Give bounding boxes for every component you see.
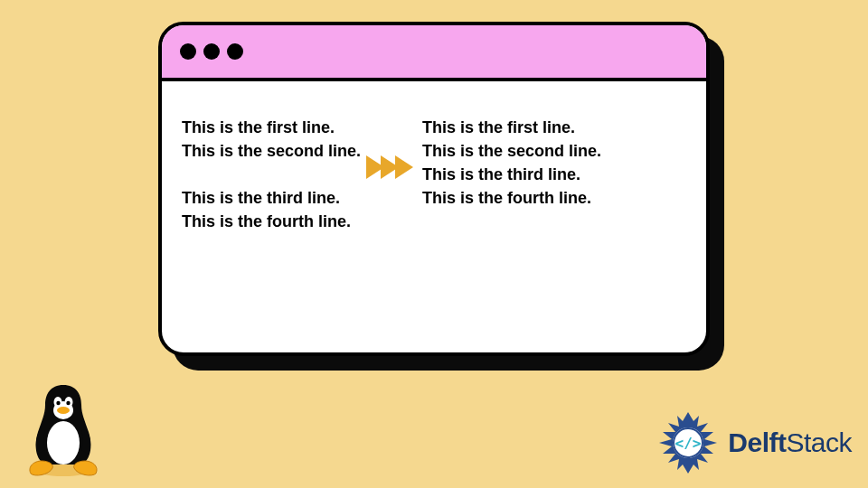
browser-window: This is the first line. This is the seco… [158, 22, 710, 356]
text-line: This is the fourth line. [422, 186, 601, 210]
text-line: This is the fourth line. [182, 210, 361, 233]
text-line: This is the third line. [422, 163, 601, 186]
svg-point-1 [47, 421, 80, 465]
window-control-dot [180, 43, 196, 60]
window-control-dot [227, 43, 243, 60]
blank-line [182, 163, 361, 186]
tux-penguin-icon [18, 378, 108, 477]
chevron-right-icon [395, 155, 413, 179]
illustration-window: This is the first line. This is the seco… [158, 22, 710, 356]
text-line: This is the second line. [422, 139, 601, 163]
right-text-block: This is the first line. This is the seco… [422, 116, 601, 210]
brand-name-bold: Delft [728, 427, 786, 457]
text-line: This is the first line. [422, 116, 601, 139]
brand-name: DelftStack [728, 427, 852, 458]
left-text-block: This is the first line. This is the seco… [182, 116, 361, 233]
window-content: This is the first line. This is the seco… [162, 81, 706, 251]
svg-point-6 [66, 401, 70, 405]
window-control-dot [203, 43, 220, 60]
text-line: This is the first line. [182, 116, 361, 139]
text-line: This is the third line. [182, 186, 361, 210]
text-line: This is the second line. [182, 139, 361, 163]
svg-point-7 [57, 407, 70, 414]
brand-name-rest: Stack [786, 427, 852, 457]
svg-point-5 [56, 401, 60, 405]
window-titlebar [162, 25, 706, 81]
delftstack-logo-icon: </> [656, 410, 721, 475]
svg-text:</>: </> [675, 435, 702, 452]
brand-footer: </> DelftStack [656, 410, 852, 475]
transform-arrows [370, 155, 413, 179]
